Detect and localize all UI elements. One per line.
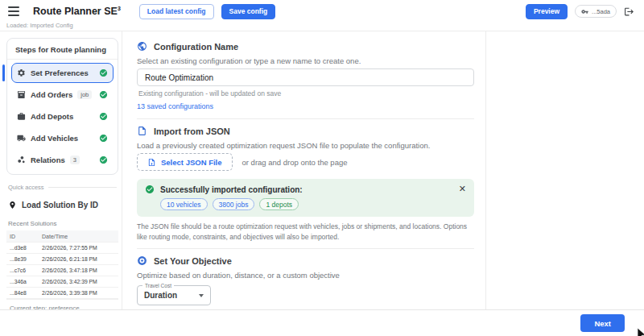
section-divider (137, 118, 474, 119)
check-circle-icon (99, 156, 108, 164)
target-icon (137, 255, 147, 266)
chevron-down-icon (199, 294, 204, 297)
globe-icon (137, 41, 147, 52)
section-title-configuration-name: Configuration Name (154, 42, 238, 52)
configuration-name-helper: Existing configuration - will be updated… (138, 89, 473, 97)
table-row[interactable]: ...346a 2/26/2026, 3:42:39 PM (6, 276, 118, 288)
solution-id: ...346a (6, 276, 39, 288)
section-title-objective: Set Your Objective (154, 256, 232, 266)
import-json-description: Load a previously created optimization r… (137, 141, 474, 150)
menu-icon[interactable] (8, 6, 19, 16)
step-badge: job (77, 90, 92, 99)
orders-box-icon (17, 90, 26, 99)
travel-cost-label: Travel Cost (142, 283, 174, 288)
empty-panel (486, 31, 644, 309)
table-row[interactable]: ...84e8 2/26/2026, 3:39:38 PM (6, 288, 118, 299)
select-json-file-button[interactable]: Select JSON File (137, 153, 233, 171)
api-key-text: ...5ada (592, 8, 610, 15)
check-circle-icon (99, 134, 108, 143)
file-icon (137, 126, 147, 136)
solution-datetime: 2/26/2026, 7:27:55 PM (39, 243, 118, 254)
solution-datetime: 2/26/2026, 6:21:18 PM (39, 254, 118, 265)
solution-id: ...84e8 (6, 288, 39, 299)
step-label: Add Vehicles (31, 134, 78, 143)
top-bar: Route Planner SE3 Load latest config Sav… (0, 0, 644, 23)
steps-card: Steps for Route planning Set Preferences… (6, 38, 118, 175)
load-solution-label: Load Solution By ID (22, 201, 98, 209)
table-row[interactable]: ...8e39 2/26/2026, 6:21:18 PM (6, 254, 118, 265)
selected-indicator (2, 64, 5, 81)
app-title-sup: 3 (118, 6, 121, 11)
step-add-orders[interactable]: Add Orders job (11, 85, 114, 105)
loaded-status: Loaded: Imported Config (0, 23, 644, 31)
save-config-button[interactable]: Save config (221, 4, 276, 19)
preview-button[interactable]: Preview (526, 4, 568, 19)
column-header-datetime: Date/Time (39, 230, 118, 243)
app-title: Route Planner SE3 (33, 6, 121, 17)
jobs-count-pill: 3800 jobs (213, 198, 255, 210)
drag-drop-hint: or drag and drop onto the page (242, 158, 348, 167)
table-row[interactable]: ...c7c6 2/26/2026, 3:47:18 PM (6, 265, 118, 276)
step-add-depots[interactable]: Add Depots (11, 106, 114, 127)
check-circle-icon (99, 68, 108, 77)
key-icon (581, 8, 588, 15)
pin-icon (8, 200, 17, 210)
depot-icon (17, 112, 26, 121)
main-content: Configuration Name Select an existing co… (122, 31, 486, 309)
solution-datetime: 2/26/2026, 3:42:39 PM (39, 276, 118, 288)
column-header-id: ID (6, 230, 39, 243)
solution-datetime: 2/26/2026, 3:47:18 PM (39, 265, 118, 276)
check-circle-icon (99, 90, 108, 99)
saved-configurations-link[interactable]: 13 saved configurations (137, 102, 213, 111)
section-divider (137, 248, 474, 249)
configuration-name-description: Select an existing configuration or type… (137, 56, 474, 65)
import-success-title: Successfully imported configuration: (160, 185, 303, 194)
solution-id: ...c7c6 (6, 265, 39, 276)
travel-cost-select[interactable]: Travel Cost Duration (137, 285, 211, 305)
sidebar: Steps for Route planning Set Preferences… (0, 31, 122, 309)
check-circle-icon (99, 112, 108, 121)
section-title-import-json: Import from JSON (154, 127, 230, 136)
travel-cost-value: Duration (144, 291, 177, 300)
step-set-preferences[interactable]: Set Preferences (11, 63, 114, 83)
step-badge: 3 (70, 156, 80, 164)
step-relations[interactable]: Relations 3 (11, 150, 114, 170)
objective-description: Optimize based on duration, distance, or… (137, 271, 474, 280)
gear-icon (17, 68, 26, 77)
step-add-vehicles[interactable]: Add Vehicles (11, 128, 114, 148)
load-latest-config-button[interactable]: Load latest config (139, 4, 214, 19)
solution-datetime: 2/26/2026, 3:39:38 PM (39, 288, 118, 299)
upload-file-icon (147, 158, 156, 167)
import-success-alert: Successfully imported configuration: 10 … (137, 179, 474, 217)
recent-solutions-label: Recent Solutions (8, 220, 117, 227)
step-label: Relations (31, 156, 65, 164)
depots-count-pill: 1 depots (259, 198, 299, 210)
json-requirements-note: The JSON file should be a route optimiza… (137, 222, 474, 242)
load-solution-by-id[interactable]: Load Solution By ID (6, 197, 118, 214)
relations-icon (17, 156, 26, 164)
table-row[interactable]: ...d3e8 2/26/2026, 7:27:55 PM (6, 243, 118, 254)
quick-access-label: Quick access (8, 184, 117, 191)
configuration-name-input[interactable] (137, 68, 474, 86)
logout-icon[interactable] (624, 6, 634, 17)
api-key-pill[interactable]: ...5ada (575, 5, 617, 18)
next-button[interactable]: Next (580, 314, 625, 332)
footer-bar: Next (0, 309, 644, 336)
truck-icon (17, 134, 26, 143)
select-json-file-label: Select JSON File (161, 158, 222, 167)
steps-title: Steps for Route planning (7, 43, 118, 60)
solution-id: ...d3e8 (6, 243, 39, 254)
close-icon[interactable]: ✕ (459, 185, 466, 193)
recent-solutions-table: ID Date/Time ...d3e8 2/26/2026, 7:27:55 … (6, 230, 118, 299)
vehicles-count-pill: 10 vehicles (160, 198, 208, 210)
check-circle-icon (145, 185, 155, 194)
cursor-icon (637, 328, 644, 336)
step-label: Add Depots (31, 112, 73, 121)
step-label: Add Orders (31, 90, 72, 99)
step-label: Set Preferences (31, 68, 89, 77)
solution-id: ...8e39 (6, 254, 39, 265)
